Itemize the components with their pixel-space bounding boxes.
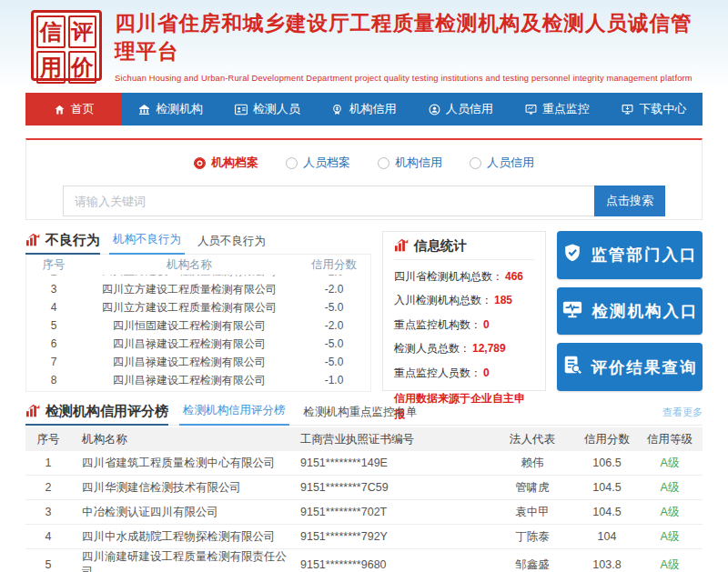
radio-personnel-archive[interactable]: 人员档案 (286, 155, 350, 171)
shield-check-icon (562, 243, 582, 267)
site-logo: 信 评 用 价 (31, 10, 102, 81)
grade-badge: A级 (637, 505, 703, 520)
bad-behavior-table: 序号 机构名称 信用分数 2四川立方建设工程质量检测有限公司-2.0 3四川立方… (25, 255, 371, 392)
nav-item-home[interactable]: 首页 (25, 93, 122, 125)
col-name: 机构名称 (71, 432, 289, 447)
person-circle-icon (429, 104, 440, 115)
rating-section: 检测机构信用评分榜 检测机构信用评分榜 检测机构重点监控名单 查看更多 序号 机… (25, 402, 703, 572)
tab-key-monitoring-list[interactable]: 检测机构重点监控名单 (300, 405, 421, 426)
evaluation-results-button[interactable]: 评价结果查询 (557, 343, 703, 391)
stat-value: 12,789 (472, 342, 506, 355)
badge-icon (331, 104, 343, 115)
stat-line: 重点监控机构数：0 (394, 317, 534, 333)
bad-behavior-title: 不良行为 (25, 232, 100, 255)
home-icon (54, 104, 66, 115)
grade-badge: A级 (637, 557, 703, 572)
nav-label: 机构信用 (349, 101, 396, 117)
radio-icon (470, 157, 481, 169)
stat-value: 466 (505, 270, 523, 283)
site-header: 信 评 用 价 四川省住房和城乡建设厅工程质量检测机构及检测人员诚信管理平台 S… (0, 0, 728, 91)
nav-label: 检测人员 (253, 101, 300, 117)
search-input[interactable] (63, 186, 594, 216)
bad-behavior-panel: 不良行为 机构不良行为 人员不良行为 序号 机构名称 信用分数 2四川立方建设工… (25, 231, 371, 391)
bad-behavior-table-header: 序号 机构名称 信用分数 (26, 255, 370, 275)
radio-institution-archive[interactable]: 机构档案 (194, 155, 258, 171)
col-license: 工商营业执照证书编号 (289, 432, 488, 447)
stat-value: 185 (494, 294, 512, 306)
radio-selected-icon (194, 157, 206, 169)
table-row: 2 四川华测建信检测技术有限公司 9151********7C59 管啸虎 10… (25, 476, 703, 500)
rating-table: 序号 机构名称 工商营业执照证书编号 法人代表 信用分数 信用等级 1 四川省建… (25, 427, 703, 572)
stat-value: 0 (483, 318, 490, 331)
col-score: 信用分数 (298, 257, 370, 273)
rating-header: 检测机构信用评分榜 检测机构信用评分榜 检测机构重点监控名单 查看更多 (25, 402, 703, 426)
radio-label: 人员档案 (303, 155, 350, 171)
table-row: 4四川立方建设工程质量检测有限公司-5.0 (26, 298, 370, 316)
institution-portal-button[interactable]: 检测机构入口 (557, 287, 703, 336)
tab-institution-bad-behavior[interactable]: 机构不良行为 (109, 232, 185, 255)
regulator-portal-button[interactable]: 监管部门入口 (557, 231, 703, 279)
stat-value: 0 (483, 366, 490, 379)
chart-icon (25, 233, 41, 249)
document-search-icon (562, 355, 582, 379)
search-panel: 机构档案 人员档案 机构信用 人员信用 点击搜索 (25, 138, 703, 220)
rating-title: 检测机构信用评分榜 (25, 403, 168, 426)
radio-icon (378, 157, 389, 169)
radio-label: 机构信用 (395, 155, 442, 171)
monitor-icon (525, 104, 537, 115)
logo-char: 价 (68, 51, 97, 84)
download-icon (622, 104, 633, 115)
col-grade: 信用等级 (637, 432, 703, 447)
chart-icon (25, 404, 41, 420)
logo-char: 信 (36, 15, 66, 48)
table-row: 5 四川渝建研建设工程质量检测有限责任公司 9151********9680 邹… (25, 549, 703, 572)
search-button[interactable]: 点击搜索 (594, 186, 665, 216)
nav-item-institutions[interactable]: 检测机构 (122, 93, 218, 125)
search-row: 点击搜索 (63, 186, 665, 216)
main-nav: 首页 检测机构 检测人员 机构信用 人员信用 重点监控 下载中心 (25, 93, 703, 125)
nav-item-download-center[interactable]: 下载中心 (606, 93, 703, 125)
id-card-icon (235, 104, 248, 115)
portal-buttons: 监管部门入口 检测机构入口 评价结果查询 (557, 231, 703, 391)
radio-label: 人员信用 (487, 155, 534, 171)
logo-char: 用 (36, 51, 66, 84)
header-titles: 四川省住房和城乡建设厅工程质量检测机构及检测人员诚信管理平台 Sichuan H… (115, 9, 710, 83)
stat-line: 重点监控人员数：0 (394, 366, 534, 381)
table-row: 1 四川省建筑工程质量检测中心有限公司 9151********149E 赖伟 … (25, 451, 703, 476)
table-row: 4 四川中水成勘院工程物探检测有限公司 9151********792Y 丁陈泰… (25, 525, 703, 549)
table-row: 6四川昌禄建设工程检测有限公司-5.0 (26, 335, 370, 353)
view-more-link[interactable]: 查看更多 (662, 406, 703, 423)
site-title: 四川省住房和城乡建设厅工程质量检测机构及检测人员诚信管理平台 (115, 9, 710, 65)
site-subtitle: Sichuan Housing and Urban-Rural Developm… (115, 74, 710, 83)
tab-personnel-bad-behavior[interactable]: 人员不良行为 (194, 234, 269, 255)
bad-behavior-scroll-list[interactable]: 2四川立方建设工程质量检测有限公司-2.0 3四川立方建设工程质量检测有限公司-… (26, 275, 370, 391)
nav-item-institution-credit[interactable]: 机构信用 (316, 93, 412, 125)
bank-icon (138, 104, 150, 115)
page: 信 评 用 价 四川省住房和城乡建设厅工程质量检测机构及检测人员诚信管理平台 S… (0, 0, 728, 572)
col-legal: 法人代表 (488, 432, 577, 447)
radio-personnel-credit[interactable]: 人员信用 (470, 155, 534, 171)
logo-char: 评 (68, 15, 97, 48)
radio-label: 机构档案 (211, 155, 258, 171)
grade-badge: A级 (637, 529, 703, 545)
table-row: 8四川昌禄建设工程检测有限公司-1.0 (26, 371, 370, 389)
radio-institution-credit[interactable]: 机构信用 (378, 155, 442, 171)
rating-table-header: 序号 机构名称 工商营业执照证书编号 法人代表 信用分数 信用等级 (25, 427, 703, 451)
stat-line: 入川检测机构总数：185 (394, 293, 534, 308)
nav-item-personnel-credit[interactable]: 人员信用 (412, 93, 509, 125)
table-row: 5四川恒固建设工程检测有限公司-2.0 (26, 316, 370, 335)
radio-icon (286, 157, 298, 169)
stat-line: 四川省检测机构总数：466 (394, 269, 534, 285)
stats-panel: 信息统计 四川省检测机构总数：466 入川检测机构总数：185 重点监控机构数：… (382, 231, 546, 391)
nav-label: 重点监控 (542, 101, 590, 117)
chart-icon (394, 238, 410, 255)
table-row: 7四川昌禄建设工程检测有限公司-5.0 (26, 353, 370, 371)
stats-title: 信息统计 (394, 237, 534, 260)
nav-item-personnel[interactable]: 检测人员 (219, 93, 316, 125)
nav-label: 首页 (71, 101, 95, 117)
tab-credit-score-ranking[interactable]: 检测机构信用评分榜 (179, 403, 289, 426)
search-type-radios: 机构档案 人员档案 机构信用 人员信用 (63, 153, 665, 173)
bad-behavior-header: 不良行为 机构不良行为 人员不良行为 (25, 231, 371, 255)
nav-item-key-monitoring[interactable]: 重点监控 (509, 93, 605, 125)
stat-line: 检测人员总数：12,789 (394, 341, 534, 356)
